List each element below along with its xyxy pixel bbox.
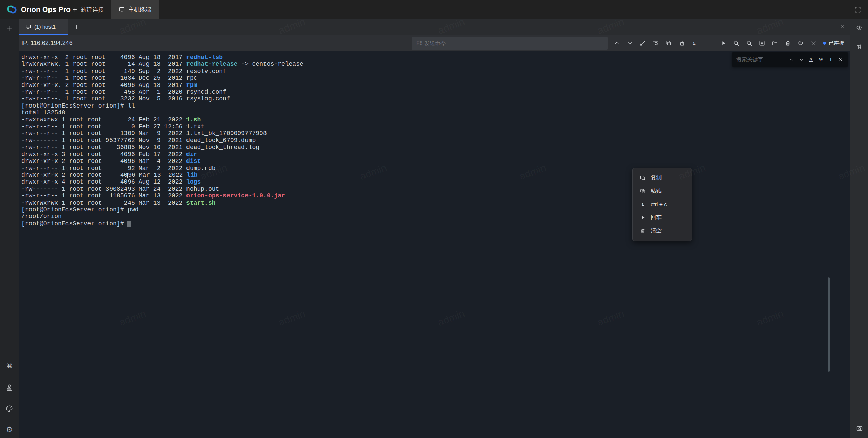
toolbar-zoom-in-button[interactable] bbox=[732, 39, 740, 47]
copy-icon bbox=[639, 175, 646, 181]
toolbar-search-list-button[interactable] bbox=[651, 39, 659, 47]
menu-item-label: 粘贴 bbox=[651, 188, 662, 195]
terminal-cursor bbox=[127, 221, 131, 227]
terminal-line: -rw-r--r-- 1 root root 458 Apr 1 2020 rs… bbox=[21, 89, 850, 95]
toolbar-trash-button[interactable] bbox=[784, 39, 792, 47]
terminal-line: -rw-r--r-- 1 root root 36885 Nov 10 2021… bbox=[21, 144, 850, 151]
terminal-line: -rwxrwxrwx 1 root root 24 Feb 21 2022 1.… bbox=[21, 116, 850, 123]
seal-button[interactable] bbox=[4, 382, 15, 393]
terminal-line: -rw------- 1 root root 39082493 Mar 24 2… bbox=[21, 186, 850, 192]
chevron-up-icon bbox=[789, 57, 794, 62]
context-menu-item-copy[interactable]: 复制 bbox=[633, 171, 692, 185]
terminal-output: drwxr-xr-x 2 root root 4096 Aug 18 2017 … bbox=[19, 51, 850, 227]
terminal-line: drwxr-xr-x. 2 root root 4096 Aug 18 2017… bbox=[21, 82, 850, 89]
terminal-line: -rw-r--r-- 1 root root 1185676 Mar 13 20… bbox=[21, 192, 850, 199]
paste-icon bbox=[639, 188, 646, 194]
zoom-out-icon bbox=[746, 40, 752, 46]
monitor-icon bbox=[119, 6, 125, 13]
terminal-line: drwxr-xr-x 2 root root 4096 Mar 13 2022 … bbox=[21, 172, 850, 178]
fullscreen-icon bbox=[854, 6, 861, 13]
context-menu-item-clear[interactable]: 清空 bbox=[633, 224, 692, 237]
new-session-button[interactable] bbox=[4, 23, 15, 33]
zoom-in-icon bbox=[733, 40, 739, 46]
close-icon bbox=[840, 24, 845, 30]
terminal-line: [root@OrionEcsServer orion]# pwd bbox=[21, 206, 850, 213]
toolbar-folder-button[interactable] bbox=[771, 39, 779, 47]
close-icon bbox=[838, 57, 843, 62]
gear-icon: ⚙ bbox=[5, 426, 13, 434]
terminal-scrollbar[interactable] bbox=[828, 277, 830, 372]
context-menu-item-ctrl-c[interactable]: Σctrl + c bbox=[633, 198, 692, 211]
new-tab-button[interactable] bbox=[68, 19, 84, 35]
menu-item-label: 清空 bbox=[651, 227, 662, 234]
toolbar-sigma-button[interactable]: Σ bbox=[690, 39, 698, 47]
search-list-icon bbox=[652, 40, 659, 46]
connection-status: 已连接 bbox=[823, 40, 844, 46]
svg-text:Σ: Σ bbox=[641, 202, 644, 207]
toolbar-paste-button[interactable] bbox=[677, 39, 685, 47]
trash-icon bbox=[785, 40, 791, 46]
nav-item-host-terminal[interactable]: 主机终端 bbox=[111, 0, 159, 19]
fullscreen-button[interactable] bbox=[854, 0, 868, 19]
toolbar-chevron-down-button[interactable] bbox=[626, 39, 634, 47]
search-close-search-button[interactable] bbox=[837, 56, 844, 63]
toolbar-zoom-out-button[interactable] bbox=[745, 39, 753, 47]
context-menu: 复制粘贴Σctrl + c回车清空 bbox=[632, 168, 692, 241]
nav-item-new-connection[interactable]: 新建连接 bbox=[64, 0, 111, 19]
power-icon bbox=[797, 40, 804, 46]
terminal-tab-bar: (1) host1 bbox=[19, 19, 850, 35]
trash-icon bbox=[639, 228, 646, 234]
plus-icon bbox=[72, 7, 78, 13]
search-find-next-button[interactable] bbox=[798, 56, 805, 63]
theme-button[interactable] bbox=[4, 403, 15, 414]
search-overlay: AWI bbox=[732, 52, 848, 67]
sigma-icon: Σ bbox=[691, 40, 697, 46]
svg-text:⚙: ⚙ bbox=[6, 426, 13, 434]
close-terminal-button[interactable] bbox=[834, 19, 850, 35]
terminal-view[interactable]: drwxr-xr-x 2 root root 4096 Aug 18 2017 … bbox=[19, 51, 850, 438]
menu-item-label: 复制 bbox=[651, 174, 662, 182]
tab-label: (1) host1 bbox=[34, 24, 56, 30]
settings-button[interactable]: ⚙ bbox=[4, 424, 15, 435]
swap-lines-button[interactable] bbox=[854, 41, 865, 52]
toolbar-close-button[interactable] bbox=[809, 39, 817, 47]
nav-item-label: 主机终端 bbox=[128, 6, 151, 14]
search-find-previous-button[interactable] bbox=[788, 56, 795, 63]
folder-icon bbox=[772, 40, 778, 46]
terminal-line: total 132548 bbox=[21, 109, 850, 116]
tab-host1[interactable]: (1) host1 bbox=[19, 19, 68, 35]
code-panel-button[interactable] bbox=[854, 22, 865, 33]
toolbar-chevron-up-button[interactable] bbox=[613, 39, 621, 47]
code-icon bbox=[856, 24, 863, 31]
command-input[interactable] bbox=[412, 37, 608, 50]
toolbar-play-button[interactable] bbox=[719, 39, 727, 47]
brand: Orion Ops Pro bbox=[0, 0, 64, 19]
search-match-case-button[interactable]: A bbox=[808, 56, 814, 63]
toolbar-code-box-button[interactable] bbox=[758, 39, 766, 47]
terminal-line: -rwxrwxrwx 1 root root 245 Mar 13 2022 s… bbox=[21, 199, 850, 206]
terminal-line: -rw-r--r-- 1 root root 92 Mar 2 2022 dum… bbox=[21, 165, 850, 172]
camera-icon bbox=[856, 424, 863, 432]
toolbar-copy-button[interactable] bbox=[664, 39, 672, 47]
terminal-line: -rw-r--r-- 1 root root 149 Sep 2 2022 re… bbox=[21, 68, 850, 75]
toolbar-expand-button[interactable] bbox=[638, 39, 647, 47]
search-input[interactable] bbox=[736, 57, 788, 63]
plus-icon bbox=[6, 25, 13, 32]
context-menu-item-enter[interactable]: 回车 bbox=[633, 211, 692, 224]
search-regex-button[interactable]: I bbox=[827, 56, 834, 63]
shortcuts-button[interactable]: ⌘ bbox=[4, 361, 15, 372]
search-whole-word-button[interactable]: W bbox=[817, 56, 824, 63]
play-icon bbox=[639, 215, 646, 221]
palette-icon bbox=[5, 405, 13, 413]
plus-icon bbox=[74, 24, 79, 30]
terminal-line: -rw------- 1 root root 95377762 Nov 9 20… bbox=[21, 137, 850, 144]
play-icon bbox=[720, 40, 727, 46]
terminal-line: [root@OrionEcsServer orion]# ll bbox=[21, 102, 850, 109]
ip-address: IP: 116.62.194.246 bbox=[21, 40, 73, 47]
screenshot-button[interactable] bbox=[854, 423, 865, 433]
context-menu-item-paste[interactable]: 粘贴 bbox=[633, 185, 692, 198]
terminal-line: /root/orion bbox=[21, 213, 850, 220]
toolbar-power-button[interactable] bbox=[796, 39, 805, 47]
right-strip bbox=[850, 19, 868, 438]
svg-text:Σ: Σ bbox=[693, 41, 695, 46]
